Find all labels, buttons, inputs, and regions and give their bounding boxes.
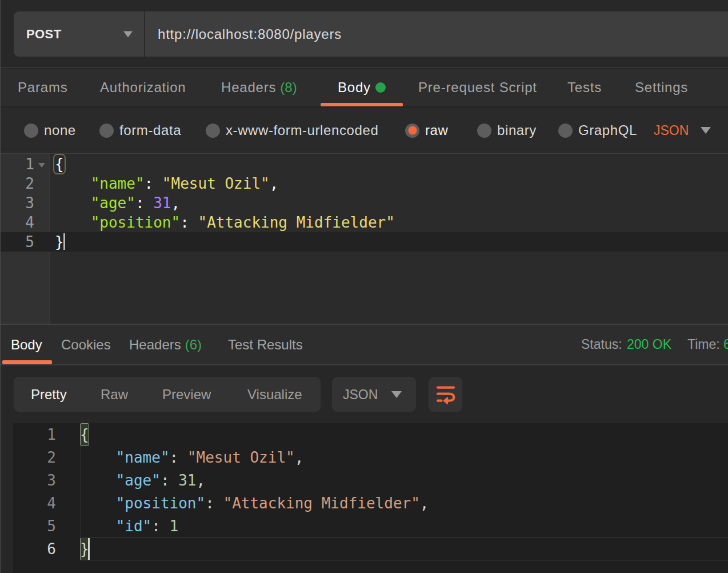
- response-tab-cookies[interactable]: Cookies: [61, 325, 111, 364]
- radio-label: none: [44, 122, 76, 138]
- code-token: [80, 518, 116, 535]
- status-label: Status:: [581, 325, 622, 364]
- code-line-1: 1{: [1, 154, 728, 174]
- code-line-4: 4 "position": "Attacking Midfielder",: [13, 492, 728, 515]
- code-text: "age": 31,: [80, 469, 205, 492]
- fold-caret-icon[interactable]: [38, 163, 45, 168]
- language-caret-icon: [701, 127, 711, 134]
- method-dropdown[interactable]: POST: [14, 11, 145, 57]
- code-line-2: 2 "name": "Mesut Ozil",: [1, 174, 728, 193]
- code-token: }: [55, 233, 64, 250]
- code-line-2: 2 "name": "Mesut Ozil",: [13, 446, 728, 469]
- line-number: 5: [13, 515, 56, 538]
- code-token: 31: [153, 194, 171, 212]
- code-token: :: [145, 175, 162, 192]
- code-token: "Mesut Ozil": [162, 175, 270, 192]
- code-text: "position": "Attacking Midfielder": [55, 213, 395, 232]
- editor-top-border: [1, 153, 728, 154]
- code-text: {: [80, 423, 89, 446]
- line-number: 5: [1, 232, 34, 252]
- code-text: {: [55, 154, 64, 174]
- tab-label: Params: [18, 79, 68, 96]
- tab-label: Body: [338, 79, 371, 96]
- wrap-lines-button[interactable]: [429, 377, 462, 412]
- radio-label: x-www-form-urlencoded: [226, 122, 378, 138]
- code-text: "id": 1: [80, 515, 178, 538]
- code-token: :: [180, 214, 198, 231]
- response-format-dropdown[interactable]: JSON: [332, 377, 416, 412]
- code-text: "position": "Attacking Midfielder",: [80, 492, 429, 515]
- request-tab-headers[interactable]: Headers(8): [221, 69, 297, 106]
- status-value: 200 OK: [627, 325, 671, 364]
- request-tab-body[interactable]: Body: [338, 69, 386, 106]
- line-number: 3: [13, 469, 56, 492]
- code-line-6: 6}: [13, 538, 728, 560]
- method-label: POST: [26, 27, 62, 42]
- response-body-viewer[interactable]: 1{2 "name": "Mesut Ozil",3 "age": 31,4 "…: [13, 423, 728, 573]
- line-number: 2: [13, 446, 56, 469]
- tab-label: Headers: [129, 337, 181, 353]
- code-line-3: 3 "age": 31,: [1, 193, 728, 213]
- time-value: 6: [723, 325, 728, 364]
- radio-circle-icon: [99, 124, 114, 138]
- response-tab-body[interactable]: Body: [11, 325, 42, 364]
- request-tabs: ParamsAuthorizationHeaders(8)BodyPre-req…: [1, 69, 728, 108]
- body-mode-raw[interactable]: raw: [405, 112, 448, 149]
- language-label: JSON: [654, 123, 689, 138]
- request-tab-settings[interactable]: Settings: [635, 69, 688, 106]
- radio-label: form-data: [119, 122, 181, 138]
- url-bar: POST http://localhost:8080/players: [1, 0, 728, 68]
- tab-label: Body: [11, 337, 42, 353]
- tab-label: Settings: [635, 79, 688, 96]
- language-dropdown[interactable]: JSON: [654, 112, 711, 149]
- response-toolbar: PrettyRawPreviewVisualize JSON: [1, 365, 728, 423]
- code-token: [80, 495, 116, 512]
- code-line-4: 4 "position": "Attacking Midfielder": [1, 213, 728, 232]
- tab-count-badge: (8): [280, 79, 297, 96]
- response-view-switch: PrettyRawPreviewVisualize: [14, 377, 321, 412]
- code-token: [55, 194, 91, 212]
- code-line-1: 1{: [13, 423, 728, 446]
- wrap-lines-icon: [435, 383, 457, 405]
- code-token: 31: [178, 472, 196, 489]
- body-mode-binary[interactable]: binary: [477, 112, 537, 149]
- postman-window: { "request": { "method": "POST", "url": …: [0, 0, 728, 573]
- request-body-editor[interactable]: 1{2 "name": "Mesut Ozil",3 "age": 31,4 "…: [1, 150, 728, 324]
- text-cursor: [88, 538, 90, 560]
- radio-circle-icon: [206, 124, 220, 138]
- radio-circle-icon: [477, 124, 491, 138]
- request-tab-params[interactable]: Params: [18, 69, 68, 106]
- body-mode-none[interactable]: none: [24, 112, 76, 149]
- code-token: ,: [171, 194, 181, 212]
- body-mode-x-www-form-urlencoded[interactable]: x-www-form-urlencoded: [206, 112, 378, 149]
- time-label: Time:: [687, 325, 720, 364]
- response-format-caret-icon: [391, 391, 402, 398]
- matched-bracket: {: [80, 423, 89, 446]
- body-mode-graphql[interactable]: GraphQL: [558, 112, 637, 149]
- code-text: }: [55, 232, 65, 252]
- response-view-visualize[interactable]: Visualize: [247, 377, 302, 412]
- tab-label: Authorization: [100, 79, 186, 96]
- line-number: 3: [1, 193, 34, 213]
- response-view-preview[interactable]: Preview: [162, 377, 211, 412]
- radio-circle-icon: [558, 124, 573, 138]
- response-tab-headers[interactable]: Headers(6): [129, 325, 202, 364]
- line-number: 4: [13, 492, 56, 515]
- request-tab-tests[interactable]: Tests: [567, 69, 602, 106]
- code-token: :: [161, 472, 178, 489]
- response-view-pretty[interactable]: Pretty: [31, 377, 67, 412]
- line-number: 1: [1, 154, 34, 174]
- code-token: :: [135, 194, 153, 212]
- body-mode-form-data[interactable]: form-data: [99, 112, 181, 149]
- request-tab-authorization[interactable]: Authorization: [100, 69, 186, 106]
- radio-selected-dot: [408, 126, 417, 135]
- code-token: "position": [91, 214, 181, 231]
- code-token: ,: [197, 472, 206, 489]
- code-token: ,: [295, 449, 304, 466]
- response-body-panel: 1{2 "name": "Mesut Ozil",3 "age": 31,4 "…: [1, 423, 728, 573]
- url-input[interactable]: http://localhost:8080/players: [158, 26, 342, 42]
- response-view-raw[interactable]: Raw: [101, 377, 128, 412]
- response-tab-test-results[interactable]: Test Results: [228, 325, 303, 364]
- request-tab-pre-request-script[interactable]: Pre-request Script: [418, 69, 537, 106]
- code-text: "name": "Mesut Ozil",: [80, 446, 303, 469]
